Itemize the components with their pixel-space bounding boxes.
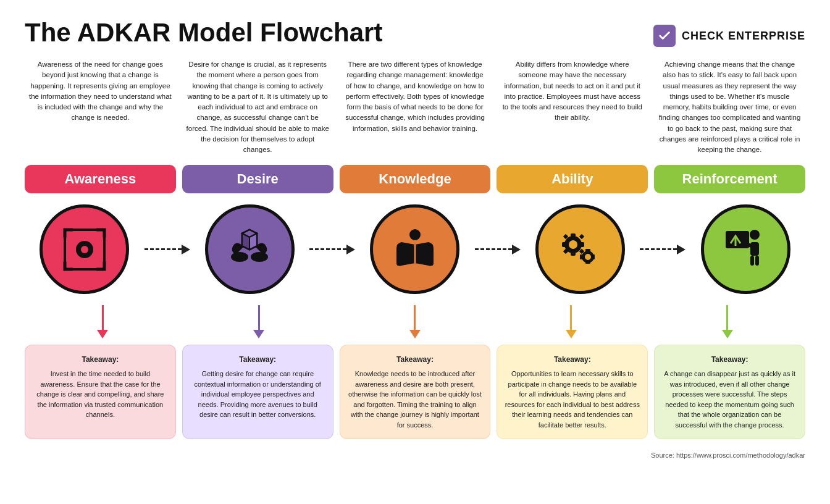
labels-row: Awareness Desire Knowledge Ability Reinf…: [25, 165, 805, 193]
icon-cell-desire: [190, 204, 310, 294]
svg-rect-17: [581, 242, 584, 247]
top-desc-desire: Desire for change is crucial, as it repr…: [182, 59, 333, 155]
top-desc-ability: Ability differs from knowledge where som…: [497, 59, 648, 155]
svg-rect-19: [579, 234, 584, 239]
vert-line-ability: [570, 305, 572, 330]
vert-arrowhead-desire: [253, 330, 264, 338]
awareness-icon: [60, 225, 109, 274]
icon-cell-ability: [521, 204, 640, 294]
label-desire: Desire: [182, 165, 333, 193]
takeaway-desire-text: Getting desire for change can require co…: [190, 369, 325, 420]
svg-rect-34: [755, 256, 759, 266]
vert-line-awareness: [102, 305, 104, 330]
takeaway-knowledge-title: Takeaway:: [348, 354, 483, 365]
svg-point-23: [585, 254, 591, 260]
circle-awareness: [40, 204, 129, 294]
vert-arrowhead-reinforcement: [722, 330, 733, 338]
vert-arrow-knowledge: [337, 305, 493, 338]
svg-rect-16: [562, 242, 566, 247]
svg-point-9: [251, 252, 268, 262]
dotted-line-1: [145, 248, 182, 250]
takeaway-awareness: Takeaway: Invest in the time needed to b…: [25, 345, 176, 439]
icon-cell-reinforcement: [685, 204, 805, 294]
arrow-head-2: [346, 245, 355, 254]
ability-icon: [556, 225, 605, 274]
svg-point-10: [409, 229, 421, 240]
svg-rect-24: [585, 249, 590, 252]
svg-rect-33: [750, 256, 754, 266]
arrow-head-3: [512, 245, 521, 254]
vert-line-desire: [258, 305, 260, 330]
vert-arrow-awareness: [25, 305, 181, 338]
takeaway-awareness-title: Takeaway:: [33, 354, 168, 365]
circle-reinforcement: [701, 204, 790, 294]
page-title: The ADKAR Model Flowchart: [25, 19, 382, 47]
dotted-line-4: [640, 248, 677, 250]
vert-arrowhead-ability: [566, 330, 577, 338]
vertical-arrows-row: [25, 305, 805, 338]
knowledge-icon: [390, 225, 440, 274]
takeaway-desire: Takeaway: Getting desire for change can …: [182, 345, 333, 439]
check-enterprise-badge: CHECK ENTERPRISE: [653, 25, 805, 47]
arrow-1: [145, 245, 190, 254]
flow-container: Awareness of the need for change goes be…: [25, 59, 805, 449]
svg-rect-14: [571, 233, 576, 237]
arrow-2: [309, 245, 355, 254]
svg-point-28: [750, 230, 760, 240]
vert-arrow-ability: [493, 305, 649, 338]
label-ability: Ability: [497, 165, 648, 193]
icon-cell-knowledge: [355, 204, 475, 294]
vert-arrow-awareness-inner: [97, 305, 108, 338]
label-reinforcement: Reinforcement: [654, 165, 805, 193]
dotted-line-3: [475, 248, 512, 250]
page: The ADKAR Model Flowchart CHECK ENTERPRI…: [0, 0, 830, 504]
svg-point-8: [231, 252, 248, 262]
takeaway-reinforcement-text: A change can disappear just as quickly a…: [662, 369, 797, 430]
icons-row: [25, 204, 805, 294]
vert-arrow-reinforcement-inner: [722, 305, 733, 338]
vert-arrow-knowledge-inner: [409, 305, 421, 338]
vert-arrowhead-awareness: [97, 330, 108, 338]
vert-arrow-reinforcement: [649, 305, 805, 338]
arrow-head-1: [182, 245, 190, 254]
takeaway-knowledge: Takeaway: Knowledge needs to be introduc…: [340, 345, 491, 439]
svg-rect-31: [750, 242, 759, 256]
source-line: Source: https://www.prosci.com/methodolo…: [25, 452, 805, 459]
takeaway-reinforcement-title: Takeaway:: [662, 354, 797, 365]
circle-ability: [535, 204, 625, 294]
top-desc-knowledge: There are two different types of knowled…: [340, 59, 491, 155]
vert-arrow-desire-inner: [253, 305, 264, 338]
takeaway-knowledge-text: Knowledge needs to be introduced after a…: [348, 369, 483, 430]
arrow-head-4: [677, 245, 685, 254]
takeaway-ability: Takeaway: Opportunities to learn necessa…: [497, 345, 648, 439]
arrow-4: [640, 245, 685, 254]
reinforcement-icon: [721, 225, 770, 274]
takeaway-reinforcement: Takeaway: A change can disappear just as…: [654, 345, 805, 439]
takeaway-desire-title: Takeaway:: [190, 354, 325, 365]
circle-knowledge: [370, 204, 459, 294]
header: The ADKAR Model Flowchart CHECK ENTERPRI…: [25, 19, 805, 47]
svg-rect-25: [585, 261, 590, 264]
check-enterprise-label: CHECK ENTERPRISE: [682, 30, 805, 43]
takeaway-awareness-text: Invest in the time needed to build aware…: [33, 369, 168, 420]
top-desc-reinforcement: Achieving change means that the change a…: [654, 59, 805, 155]
top-descriptions-row: Awareness of the need for change goes be…: [25, 59, 805, 155]
label-awareness: Awareness: [25, 165, 176, 193]
arrow-3: [475, 245, 521, 254]
vert-line-reinforcement: [726, 305, 728, 330]
vert-line-knowledge: [414, 305, 416, 330]
icon-cell-awareness: [25, 204, 145, 294]
svg-rect-27: [592, 254, 595, 259]
circle-desire: [205, 204, 295, 294]
top-desc-awareness: Awareness of the need for change goes be…: [25, 59, 176, 155]
svg-point-2: [81, 246, 88, 253]
dotted-line-2: [309, 248, 346, 250]
desire-icon: [225, 225, 274, 274]
vert-arrow-desire: [181, 305, 337, 338]
takeaway-ability-title: Takeaway:: [505, 354, 640, 365]
svg-point-13: [569, 240, 577, 249]
vert-arrow-ability-inner: [566, 305, 577, 338]
label-knowledge: Knowledge: [340, 165, 491, 193]
check-icon: [653, 25, 676, 47]
takeaway-row: Takeaway: Invest in the time needed to b…: [25, 345, 805, 439]
